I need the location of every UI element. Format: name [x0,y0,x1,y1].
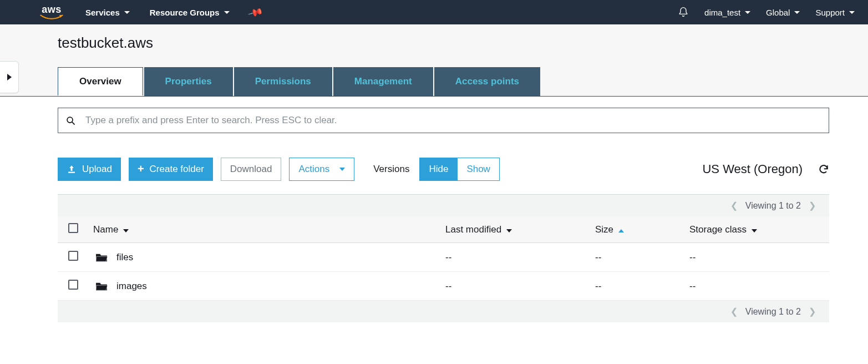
nav-resource-groups[interactable]: Resource Groups [150,8,230,17]
page-title: testbucket.aws [58,34,868,52]
bucket-tabs: Overview Properties Permissions Manageme… [58,67,868,96]
nav-notifications[interactable] [678,7,689,18]
page-prev[interactable]: ❮ [730,306,738,317]
page-next[interactable]: ❯ [809,306,816,317]
caret-down-icon [224,11,230,14]
pin-icon: 📌 [247,4,264,21]
search-input[interactable] [85,115,821,126]
column-header-last-modified-label: Last modified [445,224,501,235]
paging-text: Viewing 1 to 2 [745,307,801,317]
download-button[interactable]: Download [221,158,282,181]
tab-overview[interactable]: Overview [58,67,143,96]
cell-size: -- [591,243,685,272]
create-folder-button[interactable]: + Create folder [129,158,213,181]
cell-last-modified: -- [441,272,591,301]
caret-down-icon [124,11,130,14]
create-folder-button-label: Create folder [150,164,204,175]
bell-icon [678,7,689,18]
tab-properties[interactable]: Properties [144,67,233,96]
column-header-name[interactable]: Name [89,216,441,243]
upload-button[interactable]: Upload [58,158,121,181]
caret-down-icon [849,11,855,14]
nav-account[interactable]: dima_test [704,8,750,17]
sort-desc-icon [506,229,512,232]
download-button-label: Download [230,164,272,175]
column-header-storage-class-label: Storage class [689,224,747,235]
versions-show-button[interactable]: Show [458,158,499,180]
column-header-size-label: Size [595,224,613,235]
page-next[interactable]: ❯ [809,200,816,211]
column-header-storage-class[interactable]: Storage class [685,216,829,243]
nav-pin[interactable]: 📌 [250,6,262,18]
nav-region[interactable]: Global [766,8,800,17]
caret-down-icon [745,11,750,14]
paging-bar-top: ❮ Viewing 1 to 2 ❯ [58,195,829,216]
nav-support-label: Support [815,8,845,17]
row-checkbox[interactable] [68,251,78,261]
side-panel-toggle[interactable] [0,61,19,93]
table-row[interactable]: images -- -- -- [58,272,829,301]
svg-rect-2 [68,172,75,173]
column-header-size[interactable]: Size [591,216,685,243]
aws-smile-icon [40,14,63,20]
folder-icon [95,252,108,262]
object-name: images [116,281,147,292]
global-nav: aws Services Resource Groups 📌 dima_test… [0,0,868,24]
refresh-icon[interactable] [818,164,829,175]
column-header-last-modified[interactable]: Last modified [441,216,591,243]
nav-region-label: Global [766,8,790,17]
paging-bar-bottom: ❮ Viewing 1 to 2 ❯ [58,301,829,322]
actions-dropdown[interactable]: Actions [289,158,354,181]
cell-last-modified: -- [441,243,591,272]
nav-services[interactable]: Services [85,8,130,17]
objects-table: ❮ Viewing 1 to 2 ❯ Name La [58,194,829,322]
sort-desc-icon [123,229,129,232]
caret-down-icon [794,11,800,14]
upload-icon [67,164,77,174]
object-toolbar: Upload + Create folder Download Actions … [58,158,829,181]
versions-label: Versions [373,164,409,175]
tab-permissions[interactable]: Permissions [234,67,332,96]
cell-storage-class: -- [685,272,829,301]
search-icon [66,116,75,125]
upload-button-label: Upload [82,164,112,175]
select-all-checkbox[interactable] [68,223,78,233]
actions-dropdown-label: Actions [298,164,329,175]
svg-point-0 [67,117,73,123]
sort-desc-icon [752,229,757,232]
tab-management[interactable]: Management [333,67,433,96]
triangle-right-icon [7,74,12,80]
column-header-name-label: Name [93,224,118,235]
nav-support[interactable]: Support [815,8,855,17]
folder-icon [95,281,108,291]
versions-toggle: Hide Show [419,158,500,181]
nav-resource-groups-label: Resource Groups [150,8,220,17]
tab-access-points[interactable]: Access points [434,67,540,96]
nav-account-label: dima_test [704,8,740,17]
aws-logo[interactable]: aws [40,4,63,20]
prefix-search[interactable] [58,108,829,133]
object-name: files [116,252,133,263]
sort-asc-icon [618,229,624,232]
paging-text: Viewing 1 to 2 [745,201,801,211]
nav-services-label: Services [85,8,120,17]
versions-hide-button[interactable]: Hide [420,158,457,180]
caret-down-icon [339,168,345,171]
page-prev[interactable]: ❮ [730,200,738,211]
cell-storage-class: -- [685,243,829,272]
bucket-region-label: US West (Oregon) [702,162,803,176]
svg-line-1 [72,122,75,124]
cell-size: -- [591,272,685,301]
bucket-header: testbucket.aws Overview Properties Permi… [0,24,868,97]
row-checkbox[interactable] [68,280,78,290]
table-row[interactable]: files -- -- -- [58,243,829,272]
